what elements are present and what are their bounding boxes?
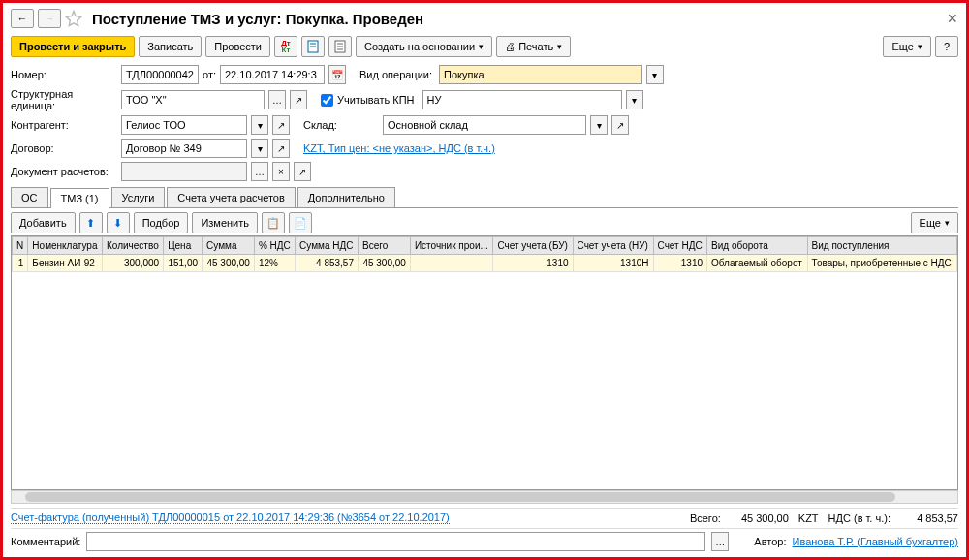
cell: Бензин АИ-92 (28, 255, 103, 272)
cell (410, 255, 493, 272)
grid-header: Счет учета (БУ) (493, 237, 573, 255)
schet-faktura-link[interactable]: Счет-фактура (полученный) ТДЛ00000015 от… (11, 512, 450, 524)
cell: 12% (254, 255, 295, 272)
contr-input[interactable] (121, 115, 247, 135)
create-basis-button[interactable]: Создать на основании (356, 36, 492, 57)
cell: Облагаемый оборот (707, 255, 808, 272)
sklad-open-icon[interactable]: ↗ (611, 115, 629, 135)
contr-open-icon[interactable]: ↗ (272, 115, 290, 135)
docrasch-open-icon[interactable]: ↗ (294, 162, 311, 181)
cell: Товары, приобретенные с НДС (807, 255, 956, 272)
nds-label: НДС (в т. ч.): (828, 513, 891, 524)
struct-label: Структурная единица: (11, 88, 117, 111)
author-label: Автор: (754, 536, 786, 547)
grid-header: Источник прои... (410, 237, 493, 255)
help-button[interactable]: ? (935, 36, 958, 57)
kpn-dropdown-icon[interactable]: ▾ (626, 90, 643, 109)
docrasch-x-icon[interactable]: × (272, 162, 290, 181)
kpn-checkbox[interactable] (321, 94, 333, 107)
cell: 151,00 (164, 255, 203, 272)
number-label: Номер: (11, 69, 117, 80)
kpn-label: Учитывать КПН (337, 94, 415, 106)
post-close-button[interactable]: Провести и закрыть (11, 36, 135, 57)
tab-tmz[interactable]: ТМЗ (1) (50, 188, 109, 208)
close-icon[interactable]: ✕ (947, 11, 958, 26)
kpn-input[interactable] (422, 90, 622, 109)
calendar-icon[interactable]: 📅 (328, 65, 346, 84)
cell: 45 300,00 (359, 255, 411, 272)
tab-os[interactable]: ОС (11, 187, 48, 207)
struct-dots-icon[interactable]: … (268, 90, 286, 109)
printer-icon: 🖨 (505, 41, 516, 52)
tab-uslugi[interactable]: Услуги (111, 187, 166, 207)
grid-header: Количество (103, 237, 164, 255)
comment-dots-icon[interactable]: … (711, 532, 729, 551)
cell: 1310 (493, 255, 573, 272)
sklad-dropdown-icon[interactable]: ▾ (590, 115, 608, 135)
table-row[interactable]: 1Бензин АИ-92300,000151,0045 300,0012%4 … (13, 255, 957, 272)
copy-icon[interactable]: 📋 (262, 212, 285, 233)
struct-input[interactable] (121, 90, 265, 109)
price-info-link[interactable]: KZT, Тип цен: <не указан>, НДС (в т.ч.) (303, 142, 495, 154)
pick-button[interactable]: Подбор (134, 212, 189, 233)
save-button[interactable]: Записать (139, 36, 202, 57)
doc-icon[interactable] (301, 36, 325, 57)
vidop-dropdown-icon[interactable]: ▾ (646, 65, 664, 84)
grid-more-button[interactable]: Еще (911, 212, 958, 233)
sklad-label: Склад: (303, 119, 379, 131)
contr-label: Контрагент: (11, 119, 117, 131)
grid[interactable]: NНоменклатураКоличествоЦенаСумма% НДССум… (11, 235, 958, 490)
docrasch-dots-icon[interactable]: … (251, 162, 268, 181)
comment-input[interactable] (86, 532, 705, 551)
dt-kt-icon[interactable]: ДтКт (274, 36, 297, 57)
grid-header: Номенклатура (28, 237, 103, 255)
forward-button[interactable]: → (38, 9, 61, 28)
move-down-icon[interactable]: ⬇ (107, 212, 130, 233)
grid-header: Всего (359, 237, 411, 255)
grid-header: Счет учета (НУ) (573, 237, 653, 255)
cell: 300,000 (103, 255, 164, 272)
star-icon[interactable] (65, 10, 82, 27)
grid-header: Сумма (203, 237, 255, 255)
total-label: Всего: (690, 513, 721, 524)
grid-header: N (13, 237, 28, 255)
edit-button[interactable]: Изменить (192, 212, 258, 233)
date-input[interactable] (220, 65, 325, 84)
vidop-input[interactable] (439, 65, 642, 84)
more-button[interactable]: Еще (883, 36, 930, 57)
tab-schet[interactable]: Счета учета расчетов (167, 187, 295, 207)
dogovor-label: Договор: (11, 142, 117, 154)
grid-header: Цена (164, 237, 203, 255)
grid-header: Счет НДС (653, 237, 707, 255)
cell: 1 (13, 255, 28, 272)
post-button[interactable]: Провести (205, 36, 270, 57)
nds-value: 4 853,57 (900, 513, 958, 524)
page-title: Поступление ТМЗ и услуг: Покупка. Провед… (92, 11, 423, 27)
number-input[interactable] (121, 65, 199, 84)
dogovor-dropdown-icon[interactable]: ▾ (251, 139, 268, 158)
cell: 4 853,57 (296, 255, 359, 272)
comment-label: Комментарий: (11, 536, 80, 547)
struct-open-icon[interactable]: ↗ (290, 90, 307, 109)
author-link[interactable]: Иванова Т.Р. (Главный бухгалтер) (793, 536, 959, 547)
horizontal-scrollbar[interactable] (11, 490, 958, 504)
docrasch-input[interactable] (121, 162, 247, 181)
currency: KZT (798, 513, 819, 524)
contr-dropdown-icon[interactable]: ▾ (251, 115, 268, 135)
dogovor-input[interactable] (121, 139, 247, 158)
sklad-input[interactable] (383, 115, 586, 135)
total-value: 45 300,00 (731, 513, 789, 524)
move-up-icon[interactable]: ⬆ (79, 212, 103, 233)
doc2-icon[interactable] (328, 36, 352, 57)
tab-dop[interactable]: Дополнительно (297, 187, 395, 207)
back-button[interactable]: ← (11, 9, 34, 28)
docrasch-label: Документ расчетов: (11, 166, 117, 177)
print-button[interactable]: 🖨 Печать (496, 36, 571, 57)
dogovor-open-icon[interactable]: ↗ (272, 139, 290, 158)
paste-icon[interactable]: 📄 (289, 212, 312, 233)
grid-header: Сумма НДС (296, 237, 359, 255)
grid-header: % НДС (254, 237, 295, 255)
grid-header: Вид поступления (807, 237, 956, 255)
add-button[interactable]: Добавить (11, 212, 76, 233)
cell: 45 300,00 (203, 255, 255, 272)
